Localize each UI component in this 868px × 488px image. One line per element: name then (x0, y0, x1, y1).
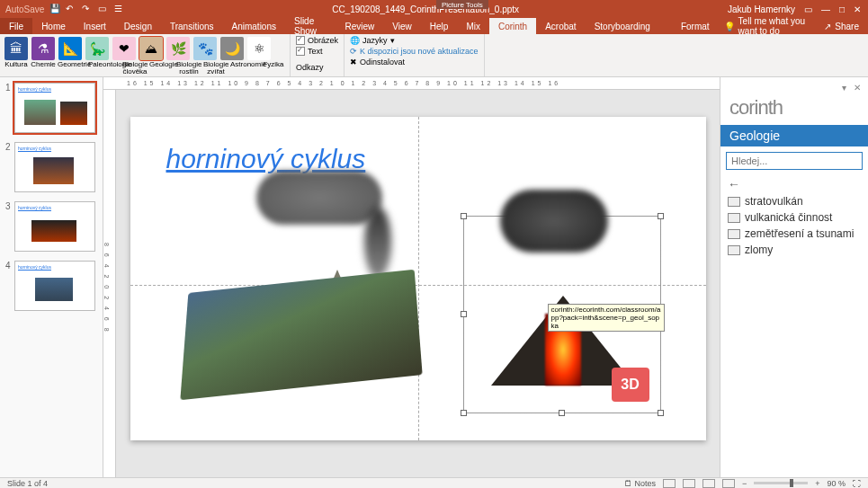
panel-item-zlomy[interactable]: zlomy (726, 242, 863, 258)
maximize-icon[interactable]: □ (839, 4, 845, 14)
tab-review[interactable]: Review (336, 18, 384, 34)
fit-icon[interactable]: ⛶ (853, 479, 861, 488)
cloud-shape (256, 171, 382, 225)
tab-acrobat[interactable]: Acrobat (536, 18, 585, 34)
thumb-num-1: 1 (5, 83, 14, 133)
canvas[interactable]: horninový cyklus (116, 90, 720, 477)
ribbon-tabs: File Home Insert Design Transitions Anim… (0, 18, 868, 34)
tab-file[interactable]: File (0, 18, 32, 34)
panel-search-input[interactable] (726, 152, 863, 170)
touch-icon[interactable]: ☰ (114, 4, 125, 14)
thumb-2[interactable]: horninový cyklus (14, 142, 95, 192)
geometrie-button[interactable]: 📐 (58, 37, 82, 60)
view-normal-icon[interactable] (663, 479, 676, 488)
text-label: Text (308, 47, 323, 56)
panel-close-icon[interactable]: ✕ (854, 83, 861, 93)
lbl-geologie: Geologie (149, 61, 174, 75)
corinth-panel: ▾ ✕ corinth Geologie ← stratovulkán vulk… (720, 77, 868, 477)
close-icon[interactable]: ✕ (854, 4, 861, 14)
notes-button[interactable]: 🗒 Notes (624, 479, 656, 488)
panel-item-label: stratovulkán (745, 195, 803, 208)
panel-back-button[interactable]: ← (720, 175, 868, 193)
tab-slideshow[interactable]: Slide Show (285, 18, 336, 34)
thumb-4[interactable]: horninový cyklus (14, 261, 95, 311)
3d-badge[interactable]: 3D (612, 368, 649, 402)
thumb-2-title: horninový cyklus (18, 146, 51, 151)
geologie-button[interactable]: ⛰ (139, 37, 163, 60)
view-slideshow-icon[interactable] (722, 479, 735, 488)
tab-home[interactable]: Home (32, 18, 75, 34)
tab-animations[interactable]: Animations (223, 18, 285, 34)
lbl-bioclov: Biologie člověka (122, 61, 148, 75)
bulb-icon: 💡 (724, 22, 735, 31)
share-button[interactable]: ↗Share (815, 22, 868, 31)
ribbon-opts-icon[interactable]: ▭ (804, 4, 812, 14)
tab-corinth[interactable]: Corinth (489, 18, 536, 34)
astronomie-button[interactable]: 🌙 (220, 37, 244, 60)
group-odkazy: Obrázek Text Odkazy (291, 34, 345, 76)
kultura-button[interactable]: 🏛 (4, 37, 28, 60)
tab-format[interactable]: Format (672, 18, 719, 34)
ribbon: 🏛 ⚗ 📐 🦕 ❤ ⛰ 🌿 🐾 🌙 ⚛ Kultura Chemie Geome… (0, 34, 868, 77)
slide-counter[interactable]: Slide 1 of 4 (7, 479, 48, 488)
tab-storyboarding[interactable]: Storyboarding (586, 18, 659, 34)
thumb-num-3: 3 (5, 201, 14, 252)
panel-section: Geologie (720, 125, 868, 146)
text-check[interactable]: Text (296, 47, 338, 56)
fyzika-button[interactable]: ⚛ (247, 37, 271, 60)
save-icon[interactable]: 💾 (49, 4, 60, 14)
zoom-slider[interactable] (754, 482, 808, 484)
tab-transitions[interactable]: Transitions (161, 18, 223, 34)
slide-title[interactable]: horninový cyklus (166, 144, 366, 174)
thumb-3-title: horninový cyklus (18, 205, 51, 210)
minimize-icon[interactable]: — (821, 4, 830, 14)
panel-item-vulkanicka[interactable]: vulkanická činnost (726, 209, 863, 226)
jazyky-label: Jazyky (362, 36, 388, 45)
panel-item-stratovulkan[interactable]: stratovulkán (726, 193, 863, 209)
panel-dropdown-icon[interactable]: ▾ (842, 83, 846, 93)
tab-insert[interactable]: Insert (75, 18, 115, 34)
lbl-astro: Astronomie (230, 61, 259, 75)
start-icon[interactable]: ▭ (98, 4, 109, 14)
redo-icon[interactable]: ↷ (82, 4, 93, 14)
status-bar: Slide 1 of 4 🗒 Notes − + 90 % ⛶ (0, 477, 868, 488)
biologie-zvirat-button[interactable]: 🐾 (193, 37, 217, 60)
tab-design[interactable]: Design (115, 18, 161, 34)
tab-view[interactable]: View (383, 18, 421, 34)
thumb-3[interactable]: horninový cyklus (14, 201, 95, 252)
zoom-in-icon[interactable]: + (815, 479, 819, 488)
lbl-biorost: Biologie rostlin (176, 61, 201, 75)
uninstall-button[interactable]: ✖ Odinstalovat (350, 58, 479, 67)
jazyky-button[interactable]: 🌐 Jazyky ▾ (350, 36, 479, 45)
share-icon: ↗ (824, 22, 831, 31)
view-reading-icon[interactable] (702, 479, 715, 488)
update-button[interactable]: ⟳ K dispozici jsou nové aktualizace (350, 47, 479, 56)
thumb-num-2: 2 (5, 142, 14, 192)
chemie-button[interactable]: ⚗ (31, 37, 55, 60)
title-bar: AutoSave 💾 ↶ ↷ ▭ ☰ CC_190208_1449_Corint… (0, 0, 868, 18)
zoom-value[interactable]: 90 % (827, 479, 846, 488)
user-name[interactable]: Jakub Hamernky (728, 4, 795, 14)
paleontologie-button[interactable]: 🦕 (85, 37, 109, 60)
tab-help[interactable]: Help (421, 18, 458, 34)
thumb-1[interactable]: horninový cyklus (14, 83, 95, 133)
thumb-4-title: horninový cyklus (18, 264, 51, 270)
panel-item-label: zlomy (745, 244, 773, 256)
group-corinth-categories: 🏛 ⚗ 📐 🦕 ❤ ⛰ 🌿 🐾 🌙 ⚛ Kultura Chemie Geome… (0, 34, 291, 76)
biologie-cloveka-button[interactable]: ❤ (112, 37, 136, 60)
panel-item-zemetreseni[interactable]: zemětřesení a tsunami (726, 226, 863, 242)
undo-icon[interactable]: ↶ (66, 4, 76, 14)
autosave-label: AutoSave (5, 4, 44, 14)
slide-thumbnails: 1 horninový cyklus 2 horninový cyklus 3 … (0, 77, 103, 477)
tell-me[interactable]: 💡Tell me what you want to do (724, 16, 816, 36)
view-sorter-icon[interactable] (683, 479, 695, 488)
image-volcano-selected[interactable]: corinth://ecorinth.com/classroom/app?pac… (463, 216, 661, 413)
tab-mix[interactable]: Mix (457, 18, 489, 34)
obrazek-check[interactable]: Obrázek (296, 36, 338, 45)
biologie-rostlin-button[interactable]: 🌿 (166, 37, 190, 60)
picture-tools-label: Picture Tools (436, 0, 488, 9)
image-terrain[interactable] (184, 207, 436, 404)
zoom-out-icon[interactable]: − (742, 479, 747, 488)
horizontal-ruler: 16 15 14 13 12 11 10 9 8 7 6 5 4 3 2 1 0… (103, 77, 720, 90)
slide[interactable]: horninový cyklus (130, 117, 706, 440)
